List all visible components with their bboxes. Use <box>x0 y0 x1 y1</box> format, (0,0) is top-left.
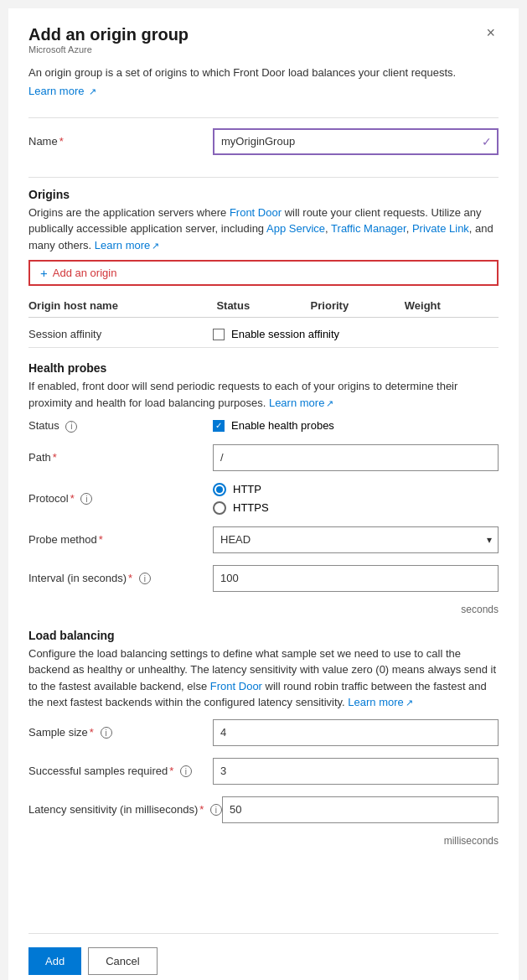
origins-table-header: Origin host name Status Priority Weight <box>28 294 499 318</box>
probe-method-select-wrapper: HEAD GET ▾ <box>213 526 499 553</box>
origins-learn-more-link[interactable]: Learn more <box>95 239 150 251</box>
session-affinity-checkbox[interactable] <box>213 329 225 340</box>
protocol-radio-group: HTTP HTTPS <box>213 483 269 515</box>
intro-learn-more-link[interactable]: Learn more <box>28 85 84 97</box>
session-affinity-checkbox-label: Enable session affinity <box>231 328 339 340</box>
probe-method-select[interactable]: HEAD GET <box>213 526 499 553</box>
probe-method-label: Probe method* <box>28 533 213 546</box>
protocol-row: Protocol* i HTTP HTTPS <box>28 483 499 515</box>
sample-size-info-icon[interactable]: i <box>101 727 112 739</box>
sample-size-input[interactable] <box>213 719 499 746</box>
protocol-https-label: HTTPS <box>233 501 269 514</box>
probe-method-row: Probe method* HEAD GET ▾ <box>28 526 499 553</box>
origins-section-title: Origins <box>28 188 499 201</box>
panel-title-area: Add an origin group Microsoft Azure <box>28 25 189 63</box>
interval-info-icon[interactable]: i <box>139 573 151 584</box>
add-origin-button[interactable]: + Add an origin <box>28 260 499 286</box>
path-row: Path* <box>28 444 499 471</box>
health-probes-learn-more-link[interactable]: Learn more <box>269 397 324 409</box>
close-button[interactable]: × <box>483 25 499 40</box>
intro-description: An origin group is a set of origins to w… <box>28 65 499 81</box>
interval-label: Interval (in seconds)* i <box>28 572 213 585</box>
health-status-checkbox-label: Enable health probes <box>231 419 334 432</box>
name-label: Name* <box>28 135 213 148</box>
origins-description: Origins are the application servers wher… <box>28 205 499 254</box>
successful-samples-info-icon[interactable]: i <box>180 765 192 777</box>
intro-external-icon: ↗ <box>89 86 96 97</box>
health-status-label: Status i <box>28 419 213 433</box>
panel-title: Add an origin group <box>28 25 189 44</box>
col-weight: Weight <box>405 299 499 312</box>
sample-size-label: Sample size* i <box>28 726 213 739</box>
add-origin-group-panel: Add an origin group Microsoft Azure × An… <box>8 8 519 980</box>
health-probes-title: Health probes <box>28 361 499 375</box>
successful-samples-row: Successful samples required* i <box>28 758 499 785</box>
name-input[interactable] <box>213 128 499 155</box>
successful-samples-input[interactable] <box>213 758 499 785</box>
session-affinity-row: Session affinity Enable session affinity <box>28 321 499 348</box>
latency-unit: milliseconds <box>28 835 499 847</box>
latency-label: Latency sensitivity (in milliseconds)* i <box>28 803 222 817</box>
health-status-checkbox[interactable]: ✓ <box>213 420 225 432</box>
health-probes-section: Health probes If enabled, front door wil… <box>28 361 499 622</box>
latency-input[interactable] <box>222 796 499 823</box>
health-probes-external-icon: ↗ <box>326 397 333 411</box>
plus-icon: + <box>40 266 48 280</box>
intro-learn-more-row: Learn more ↗ <box>28 85 499 97</box>
protocol-label: Protocol* i <box>28 492 213 506</box>
name-field-row: Name* ✓ <box>28 128 499 155</box>
health-probes-description: If enabled, front door will send periodi… <box>28 378 499 411</box>
add-button[interactable]: Add <box>28 947 81 975</box>
protocol-http-radio[interactable] <box>213 483 226 496</box>
origins-external-icon: ↗ <box>152 239 159 253</box>
load-balancing-external-icon: ↗ <box>406 696 413 710</box>
sample-size-row: Sample size* i <box>28 719 499 746</box>
col-origin-host: Origin host name <box>28 299 216 312</box>
session-affinity-label: Session affinity <box>28 328 213 340</box>
latency-row: Latency sensitivity (in milliseconds)* i <box>28 796 499 823</box>
protocol-https-row: HTTPS <box>213 501 269 515</box>
latency-info-icon[interactable]: i <box>210 804 222 816</box>
panel-header: Add an origin group Microsoft Azure × <box>28 25 499 63</box>
intro-section: An origin group is a set of origins to w… <box>28 65 499 97</box>
path-label: Path* <box>28 451 213 464</box>
divider-2 <box>28 177 499 178</box>
cancel-button[interactable]: Cancel <box>88 947 157 975</box>
protocol-https-radio[interactable] <box>213 501 226 515</box>
load-balancing-title: Load balancing <box>28 629 499 642</box>
successful-samples-label: Successful samples required* i <box>28 765 213 778</box>
interval-row: Interval (in seconds)* i <box>28 565 499 592</box>
load-balancing-section: Load balancing Configure the load balanc… <box>28 629 499 853</box>
col-status: Status <box>216 299 310 312</box>
health-status-info-icon[interactable]: i <box>65 421 77 433</box>
load-balancing-description: Configure the load balancing settings to… <box>28 646 499 711</box>
protocol-http-label: HTTP <box>233 483 261 495</box>
interval-input[interactable] <box>213 565 499 592</box>
path-input[interactable] <box>213 444 499 471</box>
name-input-wrapper: ✓ <box>213 128 499 155</box>
interval-unit: seconds <box>28 604 499 615</box>
footer: Add Cancel <box>28 933 499 980</box>
protocol-info-icon[interactable]: i <box>80 493 92 505</box>
col-priority: Priority <box>311 299 405 312</box>
protocol-http-row: HTTP <box>213 483 269 496</box>
load-balancing-learn-more-link[interactable]: Learn more <box>348 696 403 708</box>
session-affinity-checkbox-row: Enable session affinity <box>213 328 499 340</box>
name-check-icon: ✓ <box>482 135 492 148</box>
panel-subtitle: Microsoft Azure <box>28 44 189 54</box>
protocol-http-radio-inner <box>216 486 223 493</box>
health-status-row: Status i ✓ Enable health probes <box>28 419 499 433</box>
health-status-checkbox-row: ✓ Enable health probes <box>213 419 499 432</box>
divider-1 <box>28 117 499 118</box>
add-origin-label: Add an origin <box>53 267 117 279</box>
